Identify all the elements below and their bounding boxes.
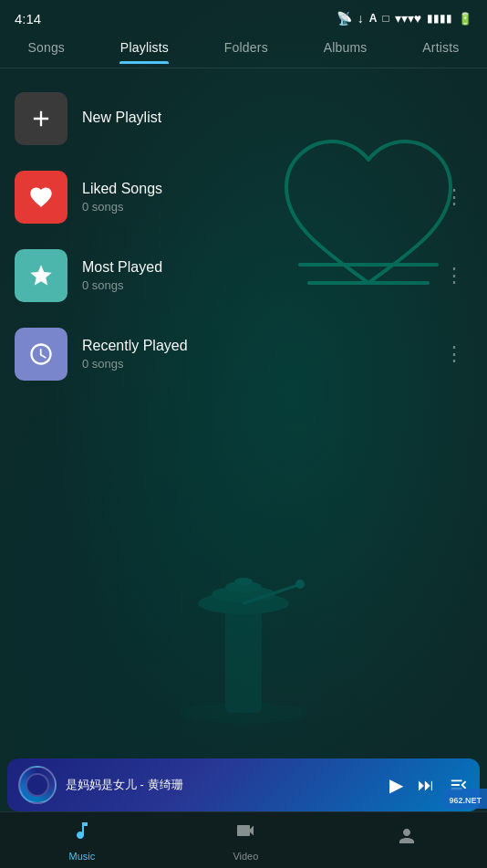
status-icons: 📡 ↓ A □ ▾▾▾♥ ▮▮▮▮ 🔋 (337, 11, 472, 26)
new-playlist-info: New Playlist (82, 110, 472, 129)
liked-songs-more-button[interactable]: ⋮ (437, 183, 472, 211)
profile-nav-icon (396, 825, 418, 852)
recently-played-info: Recently Played 0 songs (82, 338, 437, 371)
download-icon: ↓ (357, 11, 364, 26)
watermark-text: 962.NET (449, 796, 482, 805)
nav-profile[interactable] (378, 820, 436, 862)
most-played-icon (15, 249, 67, 302)
plus-icon (28, 106, 54, 131)
recently-played-item[interactable]: Recently Played 0 songs ⋮ (0, 315, 487, 393)
watermark: 962.NET (443, 789, 487, 809)
battery-icon: 🔋 (458, 12, 472, 26)
vinyl-center (26, 773, 49, 797)
recently-played-count: 0 songs (82, 357, 437, 371)
svg-rect-3 (225, 603, 262, 713)
tab-bar: Songs Playlists Folders Albums Artists (0, 33, 487, 68)
status-time: 4:14 (15, 11, 41, 26)
svg-point-9 (295, 580, 305, 589)
svg-point-7 (234, 578, 253, 585)
recently-played-more-button[interactable]: ⋮ (437, 340, 472, 368)
most-played-item[interactable]: Most Played 0 songs ⋮ (0, 236, 487, 315)
recently-played-name: Recently Played (82, 338, 437, 354)
video-nav-icon (234, 820, 256, 847)
recently-played-icon (15, 328, 67, 381)
play-button[interactable]: ▶ (389, 774, 403, 796)
music-nav-label: Music (69, 851, 96, 862)
most-played-name: Most Played (82, 259, 437, 276)
liked-songs-count: 0 songs (82, 200, 437, 214)
signal-icon: ▮▮▮▮ (427, 12, 452, 25)
clock-icon (28, 341, 54, 367)
content-area: New Playlist Liked Songs 0 songs ⋮ Most … (0, 68, 487, 404)
status-bar: 4:14 📡 ↓ A □ ▾▾▾♥ ▮▮▮▮ 🔋 (0, 0, 487, 33)
now-playing-title: 是妈妈是女儿 - 黄绮珊 (66, 777, 389, 793)
new-playlist-icon (15, 92, 67, 145)
square-icon: □ (382, 12, 389, 25)
now-playing-bar[interactable]: 是妈妈是女儿 - 黄绮珊 ▶ ⏭ (7, 758, 480, 811)
most-played-info: Most Played 0 songs (82, 259, 437, 292)
cast-icon: 📡 (337, 11, 352, 26)
liked-songs-name: Liked Songs (82, 181, 437, 197)
wifi-icon: ▾▾▾♥ (395, 11, 421, 26)
new-playlist-name: New Playlist (82, 110, 472, 126)
music-nav-icon (71, 820, 93, 847)
decorative-vinyl (161, 567, 326, 731)
star-icon (28, 263, 54, 288)
text-icon: A (369, 12, 378, 25)
bottom-nav: Music Video (0, 811, 487, 868)
liked-songs-icon (15, 171, 67, 224)
now-playing-artwork (18, 766, 57, 804)
heart-icon (28, 184, 54, 210)
next-button[interactable]: ⏭ (418, 776, 434, 795)
video-nav-label: Video (233, 851, 258, 862)
liked-songs-info: Liked Songs 0 songs (82, 181, 437, 214)
liked-songs-item[interactable]: Liked Songs 0 songs ⋮ (0, 158, 487, 236)
most-played-count: 0 songs (82, 278, 437, 292)
nav-video[interactable]: Video (214, 814, 276, 867)
most-played-more-button[interactable]: ⋮ (437, 262, 472, 289)
new-playlist-item[interactable]: New Playlist (0, 79, 487, 158)
tab-songs[interactable]: Songs (16, 33, 76, 64)
tab-artists[interactable]: Artists (411, 33, 470, 64)
tab-albums[interactable]: Albums (313, 33, 378, 64)
tab-folders[interactable]: Folders (213, 33, 279, 64)
tab-playlists[interactable]: Playlists (109, 33, 180, 64)
nav-music[interactable]: Music (51, 814, 114, 867)
